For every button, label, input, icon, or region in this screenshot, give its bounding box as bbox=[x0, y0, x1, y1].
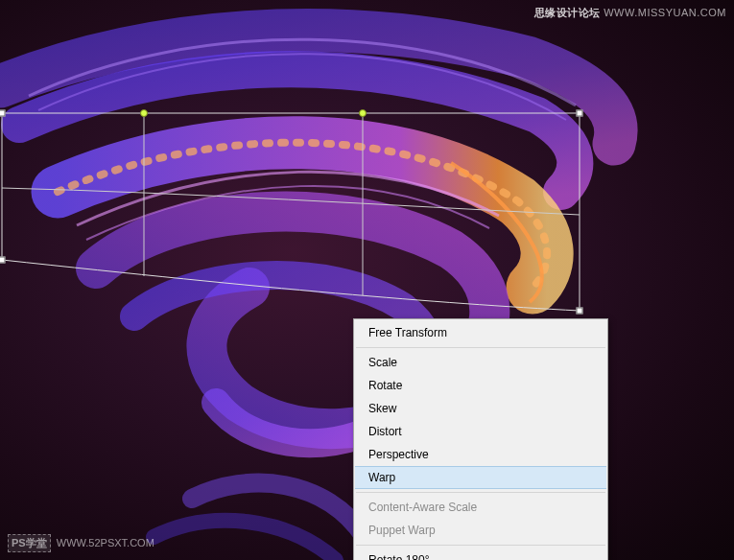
watermark-brand-box: PS学堂 bbox=[8, 534, 51, 552]
watermark-brand: 思缘设计论坛 bbox=[534, 7, 601, 18]
watermark-url: WWW.MISSYUAN.COM bbox=[604, 7, 726, 18]
transform-context-menu: Free Transform Scale Rotate Skew Distort… bbox=[353, 318, 608, 560]
menu-distort[interactable]: Distort bbox=[355, 420, 606, 443]
transform-handle-br[interactable] bbox=[577, 308, 583, 315]
menu-skew[interactable]: Skew bbox=[355, 397, 606, 420]
transform-handle-bl[interactable] bbox=[0, 257, 6, 264]
watermark-url-bottom: WWW.52PSXT.COM bbox=[57, 537, 154, 548]
menu-separator bbox=[356, 492, 605, 493]
warp-anchor-2[interactable] bbox=[359, 109, 367, 117]
menu-content-aware-scale: Content-Aware Scale bbox=[355, 496, 606, 519]
menu-rotate-180[interactable]: Rotate 180° bbox=[355, 548, 606, 560]
menu-free-transform[interactable]: Free Transform bbox=[355, 321, 606, 344]
watermark-bottom-left: PS学堂 WWW.52PSXT.COM bbox=[8, 534, 154, 552]
transform-handle-tl[interactable] bbox=[0, 110, 6, 117]
menu-perspective[interactable]: Perspective bbox=[355, 443, 606, 466]
menu-separator bbox=[356, 347, 605, 348]
warp-anchor-1[interactable] bbox=[140, 109, 148, 117]
watermark-top-right: 思缘设计论坛 WWW.MISSYUAN.COM bbox=[534, 6, 726, 20]
transform-handle-tr[interactable] bbox=[577, 110, 583, 117]
menu-scale[interactable]: Scale bbox=[355, 351, 606, 374]
menu-separator bbox=[356, 545, 605, 546]
menu-warp[interactable]: Warp bbox=[355, 466, 606, 489]
menu-rotate[interactable]: Rotate bbox=[355, 374, 606, 397]
menu-puppet-warp: Puppet Warp bbox=[355, 519, 606, 542]
